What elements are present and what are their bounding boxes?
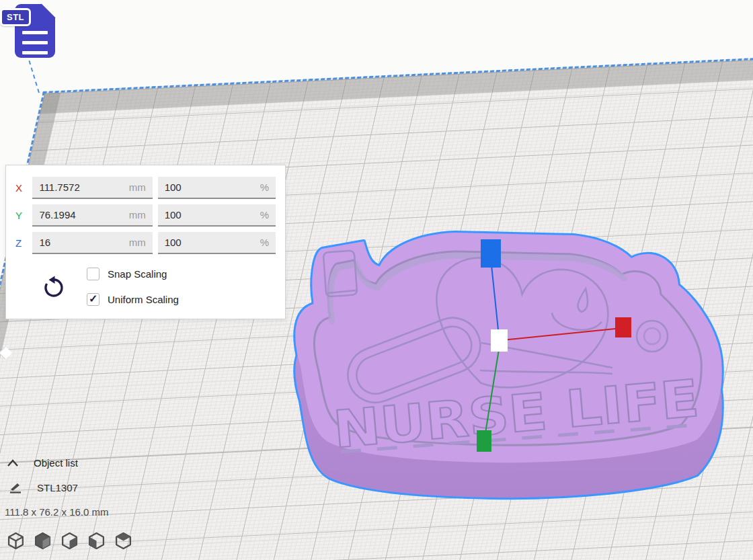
scale-x-mm-field[interactable]: 111.7572 mm <box>32 177 152 199</box>
uniform-scaling-checkbox[interactable] <box>87 293 100 306</box>
cube-left-icon <box>87 532 106 550</box>
scale-z-mm-value: 16 <box>39 237 50 248</box>
chevron-up-icon <box>7 458 19 468</box>
reset-arrow-icon <box>42 276 66 300</box>
reset-scale-button[interactable] <box>41 276 67 301</box>
edit-pencil-icon <box>9 481 22 493</box>
nurse-life-model[interactable]: NURSE LIFE <box>286 229 743 524</box>
scale-handle-z[interactable] <box>481 239 501 268</box>
scale-x-mm-value: 111.7572 <box>39 182 79 193</box>
uniform-scaling-option[interactable]: Uniform Scaling <box>87 293 179 306</box>
percent-unit-label: % <box>260 237 269 248</box>
object-list-toggle[interactable]: Object list <box>7 457 78 469</box>
scale-tool-panel: X 111.7572 mm 100 % Y 76.1994 mm 100 % Z <box>5 165 286 319</box>
snap-scaling-label: Snap Scaling <box>108 268 167 280</box>
view-front-button[interactable] <box>34 532 52 550</box>
percent-unit-label: % <box>260 209 269 221</box>
scale-handle-center[interactable] <box>491 329 508 352</box>
cube-3d-icon <box>7 532 25 550</box>
scale-row-z: Z 16 mm 100 % <box>15 232 276 254</box>
axis-y-label: Y <box>15 210 32 221</box>
percent-unit-label: % <box>260 182 269 193</box>
view-top-button[interactable] <box>61 532 79 550</box>
mm-unit-label: mm <box>129 182 146 193</box>
view-3d-button[interactable] <box>7 532 25 550</box>
scale-z-percent-value: 100 <box>165 237 182 248</box>
axis-z-label: Z <box>15 237 32 249</box>
object-list-label: Object list <box>34 457 78 469</box>
scale-x-percent-field[interactable]: 100 % <box>158 177 276 199</box>
scale-row-y: Y 76.1994 mm 100 % <box>15 204 276 227</box>
camera-view-toolbar <box>7 532 132 550</box>
uniform-scaling-label: Uniform Scaling <box>108 294 179 305</box>
stl-file-icon: STL <box>0 0 62 67</box>
scale-handle-x[interactable] <box>615 317 631 337</box>
scale-x-percent-value: 100 <box>165 182 182 193</box>
axis-x-label: X <box>15 182 32 194</box>
cube-right-icon <box>114 532 132 550</box>
scale-y-mm-value: 76.1994 <box>39 209 75 221</box>
scale-y-percent-value: 100 <box>165 209 182 221</box>
stl-badge: STL <box>0 8 31 26</box>
mm-unit-label: mm <box>129 237 146 248</box>
cube-top-icon <box>61 532 79 550</box>
object-name: STL1307 <box>37 482 78 493</box>
cube-front-icon <box>34 532 52 550</box>
scale-y-mm-field[interactable]: 76.1994 mm <box>32 204 152 227</box>
snap-scaling-option[interactable]: Snap Scaling <box>87 268 179 280</box>
folded-corner <box>41 3 56 18</box>
view-left-button[interactable] <box>87 532 106 550</box>
scale-z-mm-field[interactable]: 16 mm <box>32 232 152 254</box>
scale-row-x: X 111.7572 mm 100 % <box>15 177 276 199</box>
mm-unit-label: mm <box>129 209 146 221</box>
object-dimensions: 111.8 x 76.2 x 16.0 mm <box>5 506 109 518</box>
view-right-button[interactable] <box>114 532 132 550</box>
scale-y-percent-field[interactable]: 100 % <box>158 204 276 227</box>
scale-options: Snap Scaling Uniform Scaling <box>15 268 276 306</box>
scale-z-percent-field[interactable]: 100 % <box>158 232 276 254</box>
3d-viewport[interactable]: NURSE LIFE STL X 111.7572 mm <box>0 0 753 560</box>
object-name-row[interactable]: STL1307 <box>9 481 78 493</box>
scale-handle-y[interactable] <box>477 430 491 452</box>
snap-scaling-checkbox[interactable] <box>87 268 100 280</box>
